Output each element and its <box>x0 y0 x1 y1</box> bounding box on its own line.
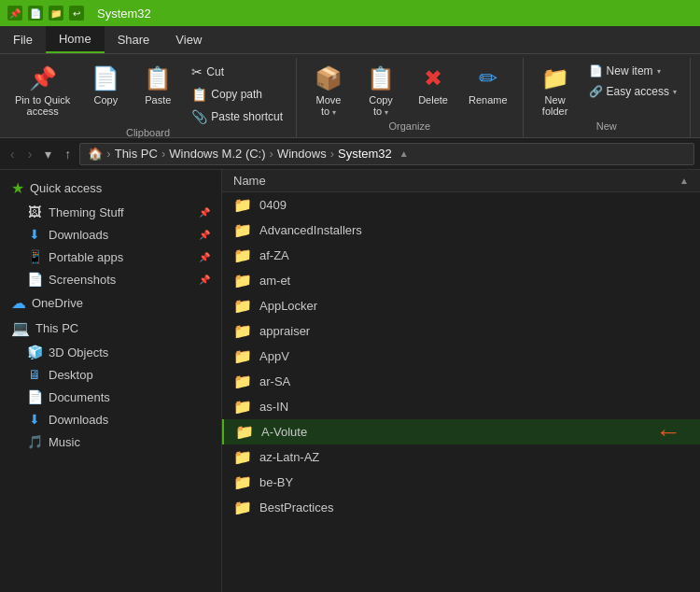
folder-name: af-ZA <box>259 248 689 262</box>
downloads2-label: Downloads <box>49 413 210 427</box>
cut-button[interactable]: ✂ Cut <box>186 62 288 82</box>
folder-icon: 📁 <box>233 221 252 239</box>
copy-path-icon: 📋 <box>191 87 207 102</box>
folder-name: am-et <box>259 274 689 288</box>
sidebar-item-portable[interactable]: 📱 Portable apps 📌 <box>0 246 221 268</box>
delete-button[interactable]: ✖ Delete <box>409 62 457 109</box>
sidebar-item-downloads2[interactable]: ⬇ Downloads <box>0 408 221 430</box>
main-layout: ★ Quick access 🖼 Theming Stuff 📌 ⬇ Downl… <box>0 170 700 592</box>
table-row-selected[interactable]: 📁 A-Volute ← <box>222 419 700 444</box>
new-folder-button[interactable]: 📁 Newfolder <box>531 62 580 120</box>
menu-bar: File Home Share View <box>0 26 700 54</box>
collapse-indicator: ▲ <box>399 148 409 159</box>
sidebar-item-downloads[interactable]: ⬇ Downloads 📌 <box>0 223 221 246</box>
easy-access-button[interactable]: 🔗 Easy access ▾ <box>583 82 682 101</box>
sidebar-item-documents[interactable]: 📄 Documents <box>0 386 221 408</box>
copy-to-icon: 📋 <box>367 65 395 92</box>
sidebar-item-desktop[interactable]: 🖥 Desktop <box>0 363 221 386</box>
sidebar-item-music[interactable]: 🎵 Music <box>0 430 221 453</box>
table-row[interactable]: 📁 ar-SA <box>222 369 700 394</box>
folder-icon: 📁 <box>233 272 252 289</box>
new-group: 📁 Newfolder 📄 New item ▾ 🔗 Easy access ▾… <box>524 58 691 137</box>
downloads-pin-icon: 📌 <box>199 230 210 240</box>
screenshots-label: Screenshots <box>49 273 193 287</box>
clipboard-label: Clipboard <box>7 127 288 140</box>
table-row[interactable]: 📁 az-Latn-AZ <box>222 444 700 470</box>
menu-home[interactable]: Home <box>46 26 105 53</box>
doc-titlebar-icon[interactable]: 📄 <box>28 6 43 21</box>
downloads-icon: ⬇ <box>26 227 43 242</box>
table-row[interactable]: 📁 af-ZA <box>222 243 700 268</box>
paste-label: Paste <box>145 94 171 106</box>
folder-name: appraiser <box>259 324 689 338</box>
menu-file[interactable]: File <box>0 26 46 53</box>
move-to-button[interactable]: 📦 Moveto ▾ <box>304 62 353 120</box>
ribbon: 📌 Pin to Quickaccess 📄 Copy 📋 Paste ✂ Cu… <box>0 54 700 138</box>
folder-name: be-BY <box>259 475 689 489</box>
folder-name: A-Volute <box>261 425 689 439</box>
table-row[interactable]: 📁 as-IN <box>222 394 700 419</box>
sidebar-item-3dobjects[interactable]: 🧊 3D Objects <box>0 341 221 363</box>
table-row[interactable]: 📁 AppLocker <box>222 293 700 318</box>
pin-icon: 📌 <box>29 65 57 92</box>
move-to-icon: 📦 <box>315 65 343 92</box>
new-item-button[interactable]: 📄 New item ▾ <box>583 62 682 80</box>
new-item-label: New item <box>607 64 653 78</box>
new-content: 📁 Newfolder 📄 New item ▾ 🔗 Easy access ▾ <box>531 62 682 120</box>
sidebar-item-theming[interactable]: 🖼 Theming Stuff 📌 <box>0 201 221 223</box>
pin-titlebar-icon[interactable]: 📌 <box>7 6 22 21</box>
new-item-chevron: ▾ <box>657 67 661 76</box>
copy-label: Copy <box>93 94 118 106</box>
rename-button[interactable]: ✏ Rename <box>461 62 515 109</box>
file-list: Name ▲ 📁 0409 📁 AdvancedInstallers 📁 af-… <box>222 170 700 592</box>
table-row[interactable]: 📁 AppV <box>222 344 700 369</box>
table-row[interactable]: 📁 be-BY <box>222 470 700 495</box>
recent-locations-button[interactable]: ▾ <box>40 143 56 165</box>
copy-path-label: Copy path <box>211 88 262 101</box>
path-drive[interactable]: Windows M.2 (C:) <box>169 147 265 161</box>
folder-titlebar-icon[interactable]: 📁 <box>49 6 63 21</box>
downloads-label: Downloads <box>49 228 193 242</box>
menu-share[interactable]: Share <box>105 26 163 53</box>
quick-access-header[interactable]: ★ Quick access <box>0 176 221 201</box>
forward-button[interactable]: › <box>23 143 37 165</box>
thispc-header[interactable]: 💻 This PC <box>0 316 221 341</box>
copy-button[interactable]: 📄 Copy <box>81 62 130 109</box>
clipboard-small-group: ✂ Cut 📋 Copy path 📎 Paste shortcut <box>186 62 288 127</box>
table-row[interactable]: 📁 am-et <box>222 268 700 293</box>
table-row[interactable]: 📁 0409 <box>222 192 700 218</box>
onedrive-header[interactable]: ☁ OneDrive <box>0 290 221 316</box>
pin-label: Pin to Quickaccess <box>15 94 70 117</box>
paste-shortcut-button[interactable]: 📎 Paste shortcut <box>186 106 288 127</box>
portable-label: Portable apps <box>49 250 193 264</box>
folder-icon: 📁 <box>233 373 252 390</box>
copy-path-button[interactable]: 📋 Copy path <box>186 84 288 105</box>
up-button[interactable]: ↑ <box>60 143 76 165</box>
thispc-icon: 💻 <box>11 319 30 337</box>
table-row[interactable]: 📁 AdvancedInstallers <box>222 218 700 243</box>
new-group-label: New <box>531 120 682 134</box>
column-name: Name <box>233 174 674 188</box>
sidebar-item-screenshots[interactable]: 📄 Screenshots 📌 <box>0 268 221 290</box>
back-button[interactable]: ‹ <box>6 143 20 165</box>
path-current[interactable]: System32 <box>338 147 392 161</box>
easy-access-chevron: ▾ <box>673 88 677 96</box>
onedrive-icon: ☁ <box>11 294 26 312</box>
documents-icon: 📄 <box>26 389 43 404</box>
table-row[interactable]: 📁 appraiser <box>222 318 700 344</box>
folder-name: 0409 <box>259 198 689 212</box>
clipboard-group: 📌 Pin to Quickaccess 📄 Copy 📋 Paste ✂ Cu… <box>0 58 297 137</box>
paste-button[interactable]: 📋 Paste <box>133 62 182 109</box>
portable-pin-icon: 📌 <box>199 252 210 262</box>
table-row[interactable]: 📁 BestPractices <box>222 495 700 520</box>
path-thispc[interactable]: This PC <box>115 147 158 161</box>
copy-to-button[interactable]: 📋 Copyto ▾ <box>357 62 405 120</box>
file-list-header: Name ▲ <box>222 170 700 192</box>
address-path[interactable]: 🏠 › This PC › Windows M.2 (C:) › Windows… <box>79 143 694 165</box>
pin-quick-access-button[interactable]: 📌 Pin to Quickaccess <box>7 62 77 120</box>
organize-label: Organize <box>304 120 515 134</box>
path-windows[interactable]: Windows <box>277 147 327 161</box>
undo-titlebar-icon[interactable]: ↩ <box>69 6 84 21</box>
menu-view[interactable]: View <box>162 26 215 53</box>
rename-label: Rename <box>469 94 508 106</box>
